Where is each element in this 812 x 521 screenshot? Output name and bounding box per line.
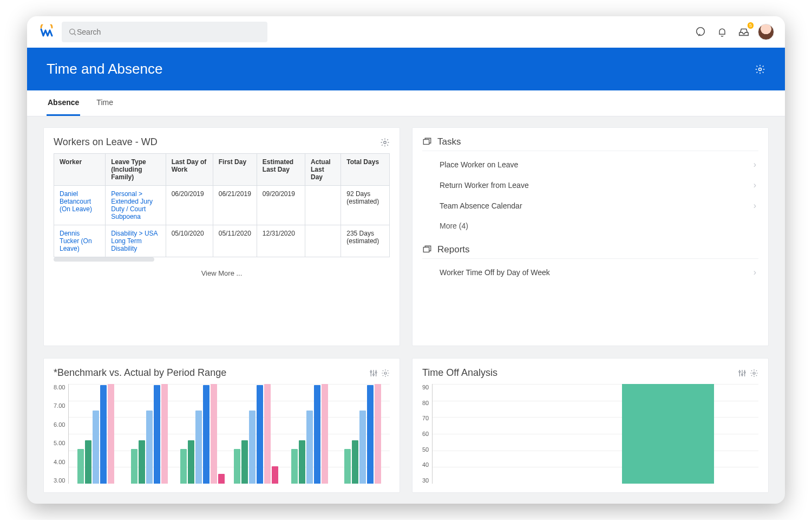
svg-point-4 [384,141,387,144]
bar[interactable] [93,411,99,484]
bar[interactable] [322,384,328,484]
tab-time[interactable]: Time [95,90,114,116]
list-item[interactable]: Worker Time Off by Day of Week› [437,262,758,283]
horizontal-scrollbar[interactable] [54,257,154,262]
bar[interactable] [291,449,298,484]
workday-logo[interactable] [38,23,55,41]
bar[interactable] [154,385,160,484]
card-title: Workers on Leave - WD [54,136,158,148]
bar[interactable] [131,449,137,484]
svg-line-1 [74,34,76,35]
gear-icon[interactable] [755,64,765,75]
bar-group [604,384,732,484]
bar-group [339,384,387,484]
bar[interactable] [146,411,153,484]
bar[interactable] [211,384,217,484]
svg-point-3 [759,68,762,70]
bar[interactable] [249,411,256,484]
svg-point-17 [739,371,741,373]
bar[interactable] [234,449,240,484]
chevron-right-icon: › [754,160,756,170]
bar[interactable] [352,440,358,484]
list-item[interactable]: Return Worker from Leave› [437,175,758,196]
leave-type-link[interactable]: Personal > Extended Jury Duty / Court Su… [111,190,153,220]
bar[interactable] [218,474,225,484]
list-item[interactable]: Team Absence Calendar› [437,196,758,216]
view-more-link[interactable]: View More ... [54,262,390,278]
benchmark-chart-card: *Benchmark vs. Actual by Period Range 8.… [43,358,400,493]
tasks-header: Tasks [422,133,758,151]
col-worker: Worker [54,154,106,186]
worker-link[interactable]: Dennis Tucker (On Leave) [60,230,92,252]
benchmark-chart: 8.007.006.005.004.003.00 [54,384,390,484]
svg-point-11 [373,374,375,375]
col-total: Total Days [341,154,390,186]
bar[interactable] [264,384,271,484]
user-avatar[interactable] [758,24,774,40]
bar[interactable] [359,411,366,484]
col-leave-type: Leave Type (Including Family) [106,154,166,186]
bar[interactable] [108,384,114,484]
svg-point-19 [744,372,745,373]
table-row: Dennis Tucker (On Leave)Disability > USA… [54,225,390,257]
bar-group [286,384,333,484]
bar[interactable] [306,411,313,484]
gear-icon[interactable] [381,369,390,377]
bar-group [179,384,226,484]
bar[interactable] [188,440,194,484]
bar-group [72,384,119,484]
page-title: Time and Absence [47,61,162,77]
bar[interactable] [100,385,107,484]
bar[interactable] [299,440,305,484]
gear-icon[interactable] [750,369,758,377]
sliders-icon[interactable] [369,369,378,377]
search-box[interactable] [62,22,267,42]
tab-bar: Absence Time [27,90,785,116]
workers-on-leave-card: Workers on Leave - WD Worker Leave Type … [43,127,400,346]
bar[interactable] [375,384,381,484]
sliders-icon[interactable] [738,369,746,377]
timeoff-chart-card: Time Off Analysis 90807060504030 [412,358,769,493]
svg-point-10 [370,371,372,373]
bar-group [126,384,173,484]
bar[interactable] [272,466,278,484]
search-icon [68,28,77,36]
bell-icon[interactable] [715,24,730,40]
chat-icon[interactable] [693,24,708,40]
col-first-day: First Day [213,154,257,186]
timeoff-chart: 90807060504030 [422,384,758,484]
page-header: Time and Absence [27,48,785,90]
col-est-last: Estimated Last Day [257,154,305,186]
table-row: Daniel Betancourt (On Leave)Personal > E… [54,186,390,225]
tab-absence[interactable]: Absence [47,90,80,116]
bar[interactable] [195,411,202,484]
col-last-work: Last Day of Work [166,154,213,186]
inbox-icon[interactable]: 5 [736,24,751,40]
list-item[interactable]: Place Worker on Leave› [437,154,758,175]
tasks-more[interactable]: More (4) [437,216,758,238]
bar[interactable] [367,385,374,484]
gear-icon[interactable] [380,138,390,147]
window-icon [422,137,432,147]
bar[interactable] [180,449,187,484]
bar[interactable] [344,449,351,484]
bar[interactable] [85,440,91,484]
svg-point-2 [697,28,705,36]
window-icon [422,245,432,255]
search-input[interactable] [77,28,261,36]
bar-group [459,384,587,484]
worker-link[interactable]: Daniel Betancourt (On Leave) [60,190,92,213]
bar[interactable] [139,440,145,484]
leave-type-link[interactable]: Disability > USA Long Term Disability [111,230,158,252]
bar[interactable] [161,384,168,484]
bar[interactable] [77,449,84,484]
svg-rect-6 [423,248,429,252]
svg-point-12 [375,372,377,373]
bar[interactable] [241,440,248,484]
svg-point-0 [70,29,75,34]
top-bar: 5 [27,16,785,48]
bar[interactable] [314,385,320,484]
bar[interactable] [622,384,714,484]
bar[interactable] [257,385,263,484]
bar[interactable] [203,385,209,484]
